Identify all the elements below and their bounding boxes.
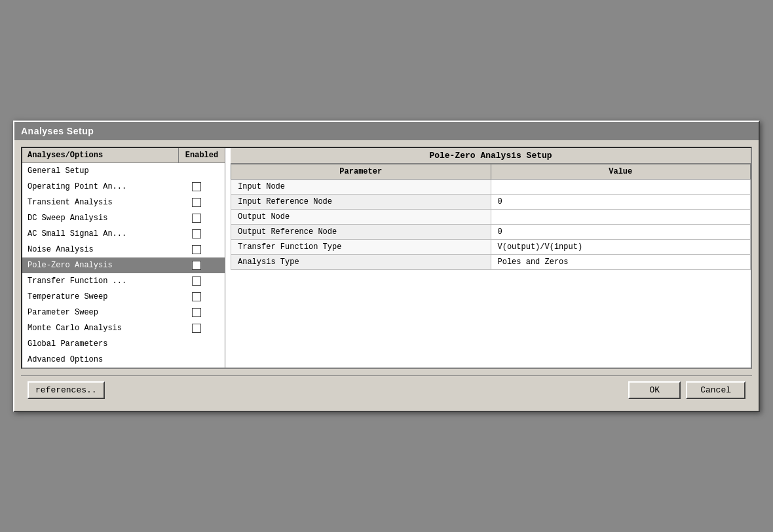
enabled-checkbox[interactable] xyxy=(192,182,201,191)
analysis-item-noise-analysis[interactable]: Noise Analysis xyxy=(22,242,225,257)
analysis-item-label: AC Small Signal An... xyxy=(28,229,174,238)
analysis-item-label: DC Sweep Analysis xyxy=(28,214,174,223)
analysis-item-pole-zero-analysis[interactable]: Pole-Zero Analysis xyxy=(22,257,225,273)
enabled-checkbox[interactable] xyxy=(192,198,201,207)
analysis-item-label: Transfer Function ... xyxy=(28,276,174,286)
param-name: Output Reference Node xyxy=(231,224,491,239)
analysis-item-transient-analysis[interactable]: Transient Analysis xyxy=(22,195,225,210)
cancel-button[interactable]: Cancel xyxy=(686,381,745,399)
analysis-item-label: Noise Analysis xyxy=(28,245,174,254)
references-button[interactable]: references.. xyxy=(28,381,105,399)
window-content: Analyses/Options Enabled General SetupOp… xyxy=(14,140,759,411)
title-bar: Analyses Setup xyxy=(14,122,759,140)
checkbox-area xyxy=(174,182,219,191)
analysis-item-parameter-sweep[interactable]: Parameter Sweep xyxy=(22,305,225,320)
checkbox-area xyxy=(174,245,219,254)
param-value[interactable]: 0 xyxy=(491,194,751,209)
left-panel-header: Analyses/Options Enabled xyxy=(22,148,225,163)
ok-button[interactable]: OK xyxy=(628,381,681,399)
right-panel: Pole-Zero Analysis Setup Parameter Value… xyxy=(231,148,751,368)
param-name: Output Node xyxy=(231,209,491,224)
left-panel: Analyses/Options Enabled General SetupOp… xyxy=(22,148,225,368)
main-area: Analyses/Options Enabled General SetupOp… xyxy=(21,147,752,369)
analysis-item-operating-point[interactable]: Operating Point An... xyxy=(22,179,225,195)
analysis-item-label: Transient Analysis xyxy=(28,198,174,207)
enabled-checkbox[interactable] xyxy=(192,308,201,317)
bottom-left: references.. xyxy=(28,381,105,399)
param-name: Input Reference Node xyxy=(231,194,491,209)
analysis-item-label: Global Parameters xyxy=(28,339,219,349)
checkbox-area xyxy=(174,324,219,333)
checkbox-area xyxy=(174,229,219,238)
param-row: Transfer Function TypeV(output)/V(input) xyxy=(231,239,751,254)
analysis-item-label: Operating Point An... xyxy=(28,182,174,191)
col-header-value: Value xyxy=(491,164,751,179)
header-enabled: Enabled xyxy=(179,148,225,162)
analysis-item-label: Monte Carlo Analysis xyxy=(28,324,174,333)
param-row: Input Reference Node0 xyxy=(231,194,751,209)
enabled-checkbox[interactable] xyxy=(192,276,201,286)
param-value[interactable] xyxy=(491,209,751,224)
analysis-item-label: Pole-Zero Analysis xyxy=(28,261,174,270)
param-name: Input Node xyxy=(231,179,491,194)
param-name: Analysis Type xyxy=(231,254,491,269)
param-value[interactable] xyxy=(491,179,751,194)
analysis-item-advanced-options[interactable]: Advanced Options xyxy=(22,352,225,368)
param-row: Analysis TypePoles and Zeros xyxy=(231,254,751,269)
analysis-item-temperature-sweep[interactable]: Temperature Sweep xyxy=(22,289,225,305)
analysis-item-global-parameters[interactable]: Global Parameters xyxy=(22,336,225,352)
checkbox-area xyxy=(174,276,219,286)
param-value[interactable]: 0 xyxy=(491,224,751,239)
col-header-parameter: Parameter xyxy=(231,164,491,179)
analysis-item-label: General Setup xyxy=(28,166,219,176)
header-analyses: Analyses/Options xyxy=(22,148,179,162)
param-value[interactable]: Poles and Zeros xyxy=(491,254,751,269)
param-row: Output Reference Node0 xyxy=(231,224,751,239)
parameter-table: Parameter Value Input NodeInput Referenc… xyxy=(231,164,751,270)
analysis-item-general-setup[interactable]: General Setup xyxy=(22,163,225,179)
checkbox-area xyxy=(174,308,219,317)
analysis-item-monte-carlo[interactable]: Monte Carlo Analysis xyxy=(22,320,225,336)
enabled-checkbox[interactable] xyxy=(192,261,201,270)
analyses-setup-window: Analyses Setup Analyses/Options Enabled … xyxy=(13,121,760,412)
analysis-list: General SetupOperating Point An...Transi… xyxy=(22,163,225,368)
enabled-checkbox[interactable] xyxy=(192,292,201,301)
param-value[interactable]: V(output)/V(input) xyxy=(491,239,751,254)
checkbox-area xyxy=(174,214,219,223)
analysis-item-label: Temperature Sweep xyxy=(28,292,174,301)
enabled-checkbox[interactable] xyxy=(192,245,201,254)
bottom-right: OK Cancel xyxy=(628,381,745,399)
enabled-checkbox[interactable] xyxy=(192,229,201,238)
enabled-checkbox[interactable] xyxy=(192,324,201,333)
bottom-bar: references.. OK Cancel xyxy=(21,375,752,404)
analysis-item-label: Parameter Sweep xyxy=(28,308,174,317)
window-title: Analyses Setup xyxy=(21,126,94,136)
right-panel-title: Pole-Zero Analysis Setup xyxy=(231,148,751,164)
analysis-item-label: Advanced Options xyxy=(28,355,219,364)
param-name: Transfer Function Type xyxy=(231,239,491,254)
checkbox-area xyxy=(174,261,219,270)
analysis-item-dc-sweep[interactable]: DC Sweep Analysis xyxy=(22,210,225,226)
analysis-item-ac-small-signal[interactable]: AC Small Signal An... xyxy=(22,226,225,242)
enabled-checkbox[interactable] xyxy=(192,214,201,223)
analysis-item-transfer-function[interactable]: Transfer Function ... xyxy=(22,273,225,289)
checkbox-area xyxy=(174,292,219,301)
param-row: Output Node xyxy=(231,209,751,224)
checkbox-area xyxy=(174,198,219,207)
param-row: Input Node xyxy=(231,179,751,194)
